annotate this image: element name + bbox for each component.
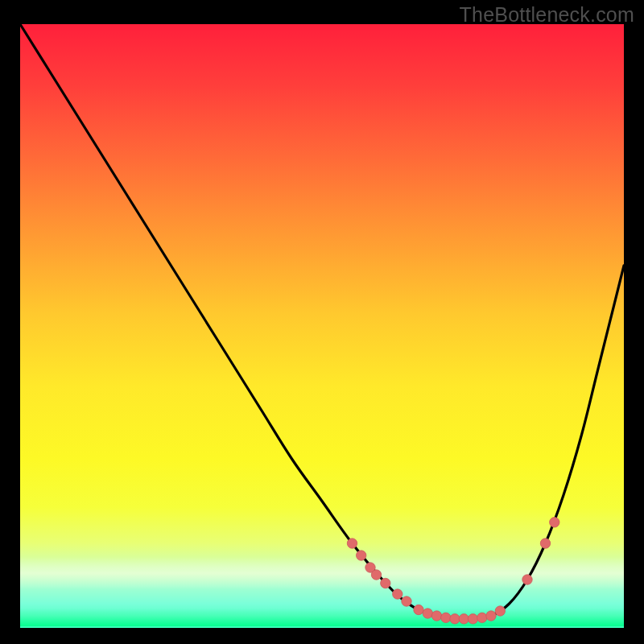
- chart-frame: TheBottleneck.com: [0, 0, 644, 644]
- heat-gradient: [20, 24, 624, 628]
- plot-area: [20, 24, 624, 628]
- watermark-text: TheBottleneck.com: [460, 3, 634, 27]
